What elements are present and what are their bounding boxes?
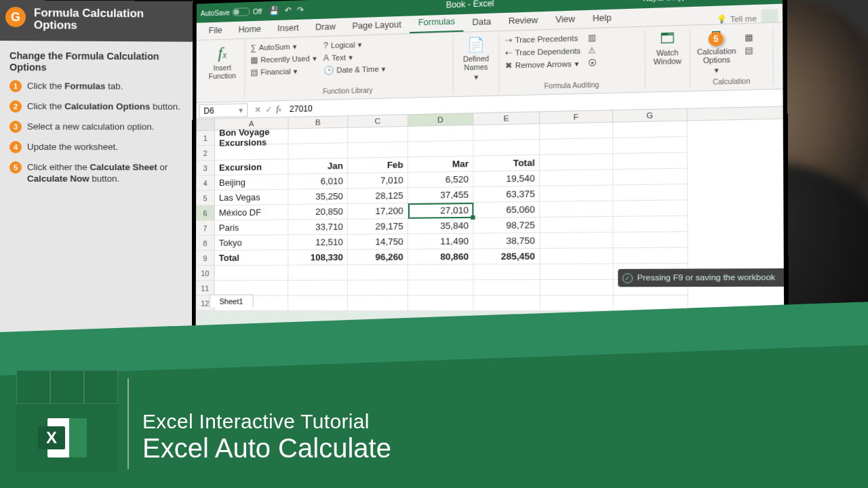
cell[interactable] [288,143,348,159]
cell[interactable]: 11,490 [408,234,474,249]
cell[interactable]: 7,010 [348,173,408,189]
cell[interactable] [288,296,348,311]
cell[interactable]: 63,375 [473,186,540,203]
logical-button[interactable]: ?Logical ▾ [323,39,386,50]
col-header-F[interactable]: F [540,110,613,123]
cancel-formula-icon[interactable]: ✕ [254,104,261,114]
calculate-sheet-icon[interactable]: ▤ [745,45,753,56]
cell[interactable] [408,280,474,296]
row-header-3[interactable]: 3 [196,161,215,176]
col-header-D[interactable]: D [408,113,473,126]
cell[interactable]: 33,710 [288,220,348,235]
name-box[interactable]: D6▾ [199,103,248,118]
cell[interactable] [288,281,348,296]
row-header-9[interactable]: 9 [196,251,215,266]
row-header-6[interactable]: 6 [196,205,215,220]
cell[interactable] [540,201,613,218]
cell[interactable]: 12,510 [288,235,348,250]
cell[interactable] [540,138,613,155]
tab-file[interactable]: File [201,22,231,39]
cell[interactable] [613,121,688,138]
cell[interactable] [474,280,540,296]
cell[interactable]: 65,060 [473,202,540,218]
row-header-8[interactable]: 8 [196,236,215,251]
cell[interactable] [348,296,408,311]
sheet-tabs[interactable]: Sheet1 [210,293,254,308]
cell[interactable]: Excursion [215,159,288,176]
cell[interactable]: Las Vegas [215,190,288,206]
trace-dependents-button[interactable]: ⇠Trace Dependents [505,46,580,58]
tab-data[interactable]: Data [464,14,500,32]
cell[interactable] [614,232,688,248]
cell[interactable] [540,217,613,233]
cell[interactable]: Feb [348,157,408,174]
evaluate-formula-icon[interactable]: ⦿ [588,58,597,68]
autosave-toggle[interactable]: AutoSave Off [201,7,262,18]
cell[interactable] [540,296,614,311]
cell[interactable] [540,169,613,186]
col-header-G[interactable]: G [613,109,688,122]
trace-precedents-button[interactable]: ⇢Trace Precedents [505,33,580,45]
cell[interactable]: 6,520 [408,171,473,188]
cell[interactable]: 98,725 [473,218,540,234]
row-header-2[interactable]: 2 [196,146,215,161]
row-header-7[interactable]: 7 [196,221,215,236]
worksheet[interactable]: A B C D E F G 123456789101112 Bon Voyage… [196,107,784,312]
cell[interactable]: 20,850 [288,204,348,220]
tab-draw[interactable]: Draw [307,19,344,37]
tab-page-layout[interactable]: Page Layout [344,17,410,36]
quick-access-toolbar[interactable]: 💾 ↶ ↷ [269,5,304,16]
select-all-corner[interactable] [196,119,215,131]
cell[interactable] [408,296,474,311]
cell[interactable] [613,169,688,186]
col-header-B[interactable]: B [289,116,349,128]
cell[interactable]: Total [473,155,540,171]
cell[interactable] [473,140,540,157]
cell[interactable] [288,265,348,281]
tab-review[interactable]: Review [500,12,547,30]
col-header-C[interactable]: C [348,115,408,127]
cell[interactable] [408,264,474,280]
cell[interactable]: 35,840 [408,218,473,235]
cell[interactable]: 6,010 [288,174,348,190]
cell[interactable]: 29,175 [348,219,408,235]
cell[interactable] [540,264,613,281]
cell[interactable] [348,265,408,281]
cell[interactable] [474,296,540,311]
insert-function-button[interactable]: fx Insert Function [205,43,239,81]
financial-button[interactable]: ▤Financial ▾ [250,66,317,77]
cell[interactable]: 27,010 [408,203,473,219]
cell[interactable] [408,141,473,157]
cell[interactable]: 17,200 [348,203,408,220]
cell[interactable]: Paris [215,220,289,235]
cell[interactable]: Total [215,250,289,266]
cell[interactable]: Bon Voyage Excursions [215,129,288,145]
cell[interactable] [289,128,349,144]
date-time-button[interactable]: 🕒Date & Time ▾ [323,64,386,75]
cell[interactable] [613,184,688,201]
cell[interactable]: 35,250 [288,189,348,205]
remove-arrows-button[interactable]: ✖Remove Arrows ▾ [505,58,581,70]
maximize-button[interactable]: ▢ [731,0,752,1]
cell[interactable] [348,127,408,143]
cell[interactable]: 96,260 [348,249,408,265]
cell[interactable] [540,123,613,140]
cell[interactable] [613,137,688,154]
accept-formula-icon[interactable]: ✓ [265,104,272,114]
cell[interactable]: 108,330 [288,250,348,266]
cells-region[interactable]: Bon Voyage ExcursionsExcursionJanFebMarT… [215,121,688,312]
row-header-5[interactable]: 5 [196,190,215,205]
recently-used-button[interactable]: ▦Recently Used ▾ [250,54,316,65]
cell[interactable] [540,232,613,249]
row-headers[interactable]: 123456789101112 [196,131,216,311]
cell[interactable] [215,266,289,281]
cell[interactable] [614,248,688,264]
text-button[interactable]: AText ▾ [323,52,386,63]
cell[interactable]: Beijing [215,174,288,190]
row-header-4[interactable]: 4 [196,176,215,191]
calculate-now-icon[interactable]: ▦ [745,33,753,43]
cell[interactable]: México DF [215,205,288,220]
cell[interactable] [215,144,288,161]
fx-icon[interactable]: fx [276,104,285,114]
cell[interactable] [348,142,408,159]
